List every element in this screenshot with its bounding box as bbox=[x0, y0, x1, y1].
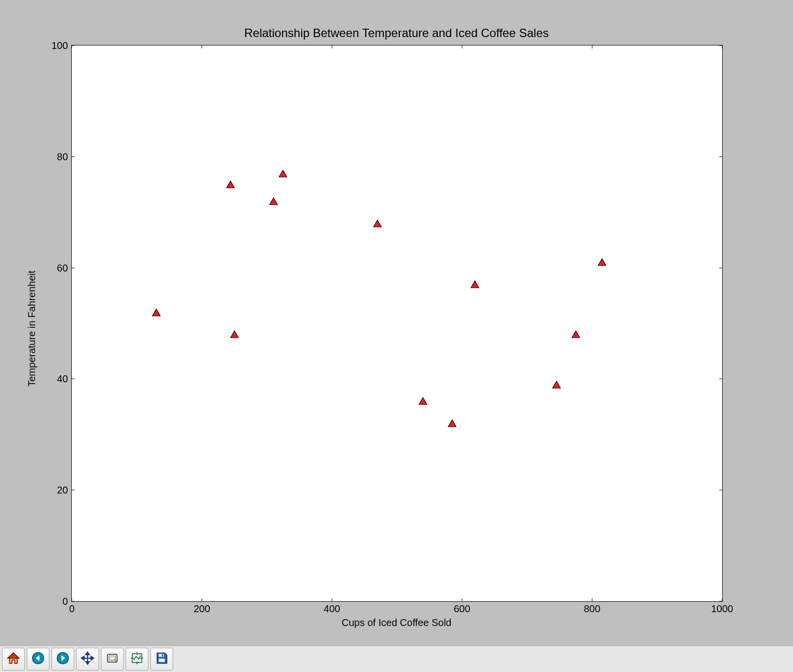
data-point bbox=[226, 180, 235, 188]
data-point bbox=[470, 280, 479, 288]
forward-button[interactable] bbox=[51, 648, 74, 671]
x-tick-mark bbox=[462, 598, 462, 601]
y-axis-label: Temperature in Fahrenheit bbox=[26, 270, 38, 387]
svg-marker-7 bbox=[448, 420, 456, 427]
data-point bbox=[448, 419, 457, 427]
svg-marker-22 bbox=[82, 657, 84, 660]
y-tick-label: 20 bbox=[57, 484, 68, 495]
svg-marker-13 bbox=[8, 653, 19, 659]
x-tick-mark bbox=[592, 45, 592, 48]
data-point bbox=[552, 381, 561, 389]
y-tick-label: 60 bbox=[57, 262, 68, 273]
subplots-icon bbox=[130, 651, 144, 667]
x-tick-label: 200 bbox=[193, 603, 210, 615]
subplots-button[interactable] bbox=[126, 648, 148, 671]
svg-marker-21 bbox=[86, 662, 90, 664]
y-tick-mark bbox=[72, 490, 75, 490]
y-tick-label: 100 bbox=[51, 40, 68, 51]
x-tick-label: 800 bbox=[584, 603, 600, 615]
x-tick-mark bbox=[722, 45, 722, 48]
figure-area: Relationship Between Temperature and Ice… bbox=[0, 0, 793, 646]
svg-marker-2 bbox=[231, 331, 238, 338]
y-tick-mark bbox=[72, 157, 75, 157]
svg-marker-10 bbox=[572, 331, 580, 338]
y-tick-mark bbox=[72, 601, 75, 601]
svg-marker-8 bbox=[471, 281, 479, 288]
chart-title: Relationship Between Temperature and Ice… bbox=[244, 26, 549, 40]
back-button[interactable] bbox=[27, 648, 49, 671]
y-tick-label: 80 bbox=[57, 151, 68, 163]
svg-marker-5 bbox=[373, 220, 381, 227]
y-tick-mark bbox=[719, 268, 722, 268]
x-axis-label: Cups of Iced Coffee Sold bbox=[341, 617, 451, 628]
x-tick-mark bbox=[202, 45, 202, 48]
svg-marker-11 bbox=[598, 259, 606, 266]
y-tick-mark bbox=[719, 490, 722, 490]
data-point bbox=[571, 330, 580, 338]
arrow-right-icon bbox=[56, 651, 70, 667]
y-tick-mark bbox=[72, 379, 75, 379]
svg-marker-6 bbox=[419, 398, 427, 404]
x-tick-label: 1000 bbox=[711, 603, 733, 615]
pan-button[interactable] bbox=[76, 648, 99, 671]
svg-rect-32 bbox=[159, 654, 164, 657]
arrow-left-icon bbox=[31, 651, 45, 667]
floppy-icon bbox=[155, 651, 169, 667]
x-tick-mark bbox=[332, 45, 332, 48]
svg-marker-9 bbox=[553, 381, 560, 388]
x-tick-mark bbox=[332, 598, 332, 601]
zoom-rect-icon bbox=[105, 651, 119, 667]
plot-box: 02004006008001000020406080100 bbox=[71, 45, 722, 601]
x-tick-mark bbox=[592, 598, 592, 601]
svg-marker-23 bbox=[91, 657, 93, 660]
svg-rect-27 bbox=[132, 654, 141, 663]
axes: Relationship Between Temperature and Ice… bbox=[71, 45, 721, 600]
y-tick-mark bbox=[72, 268, 75, 268]
y-tick-label: 40 bbox=[57, 373, 68, 385]
data-point bbox=[269, 197, 278, 205]
svg-marker-0 bbox=[152, 309, 160, 316]
svg-marker-3 bbox=[270, 198, 278, 205]
data-point bbox=[419, 397, 427, 405]
zoom-button[interactable] bbox=[101, 648, 124, 671]
svg-marker-4 bbox=[279, 170, 287, 177]
svg-rect-33 bbox=[159, 659, 165, 662]
navigation-toolbar bbox=[0, 646, 793, 672]
data-point bbox=[279, 170, 287, 178]
y-tick-mark bbox=[719, 601, 722, 601]
data-point bbox=[598, 258, 606, 266]
save-button[interactable] bbox=[150, 648, 173, 671]
x-tick-label: 0 bbox=[69, 603, 75, 615]
y-tick-label: 0 bbox=[62, 595, 68, 607]
x-tick-mark bbox=[72, 45, 72, 48]
y-tick-mark bbox=[719, 157, 722, 157]
y-tick-mark bbox=[719, 379, 722, 379]
svg-marker-20 bbox=[86, 652, 90, 655]
x-tick-mark bbox=[462, 45, 462, 48]
data-point bbox=[230, 330, 239, 338]
svg-marker-1 bbox=[227, 181, 234, 188]
home-button[interactable] bbox=[2, 648, 25, 671]
data-point bbox=[152, 309, 161, 316]
x-tick-mark bbox=[202, 598, 202, 601]
svg-rect-34 bbox=[162, 654, 163, 656]
move-icon bbox=[81, 651, 94, 667]
y-tick-mark bbox=[72, 45, 75, 46]
home-icon bbox=[6, 651, 20, 667]
data-point bbox=[373, 220, 382, 227]
y-tick-mark bbox=[719, 45, 722, 46]
x-tick-label: 400 bbox=[324, 603, 340, 615]
x-tick-label: 600 bbox=[454, 603, 470, 615]
